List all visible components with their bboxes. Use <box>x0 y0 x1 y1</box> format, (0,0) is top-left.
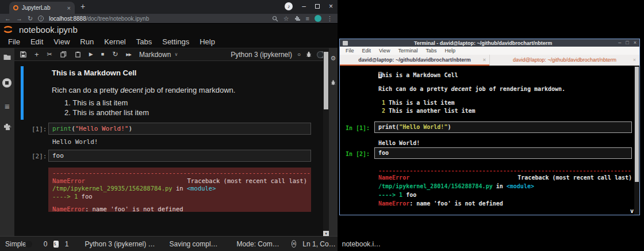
terminal-titlebar[interactable]: Terminal - david@laptop: ~/github/davidb… <box>340 39 639 47</box>
menu-kernel[interactable]: Kernel <box>99 37 131 46</box>
debugger-sidebar-bug-icon[interactable] <box>331 79 336 86</box>
kernels-count[interactable]: 1 <box>65 240 69 248</box>
menu-run[interactable]: Run <box>75 37 99 46</box>
search-icon[interactable] <box>272 16 278 22</box>
terminals-icon[interactable]: $_ <box>53 241 58 248</box>
reading-list-icon[interactable]: ≡ <box>306 16 309 22</box>
save-icon[interactable] <box>20 51 26 58</box>
window-close-button[interactable]: × <box>329 2 333 10</box>
terminals-count[interactable]: 0 <box>44 240 48 248</box>
markdown-list-item: 1. This is a list item <box>64 98 128 107</box>
nbterm-error-rule: ----------------------------------------… <box>378 168 632 174</box>
term-menu-tabs[interactable]: Tabs <box>421 48 440 54</box>
scrollbar-thumb[interactable] <box>635 67 639 182</box>
scrollbar-down-arrow-icon[interactable]: ▾ <box>323 231 329 236</box>
url-field[interactable]: localhost:8888/doc/tree/notebook.ipynb <box>49 16 266 22</box>
term-menu-view[interactable]: View <box>375 48 394 54</box>
browser-window: JupyterLab × + ♪ – × ← → ↻ i localhost:8… <box>0 0 338 251</box>
menu-file[interactable]: File <box>3 37 25 46</box>
file-browser-folder-icon[interactable] <box>0 54 14 60</box>
restart-run-all-icon[interactable]: ▶▶ <box>126 51 131 58</box>
menu-tabs[interactable]: Tabs <box>131 37 157 46</box>
browser-tabstrip: JupyterLab × + ♪ – × <box>0 0 338 14</box>
browser-tab[interactable]: JupyterLab × <box>9 2 75 14</box>
extensions-puzzle-icon[interactable] <box>294 16 301 22</box>
terminal-scrollbar[interactable] <box>634 66 639 215</box>
jupyterlab-app: notebook.ipynb File Edit View Run Kernel… <box>0 24 338 251</box>
nbterm-markdown-paragraph: Rich can do a pretty decent job of rende… <box>378 86 565 92</box>
terminal-close-button[interactable]: × <box>634 39 637 47</box>
nbterm-code-cell[interactable]: foo <box>374 147 632 159</box>
media-controls-icon[interactable]: ♪ <box>285 2 293 10</box>
kernel-name-label[interactable]: Python 3 (ipykernel) <box>231 51 292 59</box>
term-menu-terminal[interactable]: Terminal <box>394 48 421 54</box>
line-col-status[interactable]: Ln 1, Co… <box>302 240 335 248</box>
nbterm-markdown-heading: This is a Markdown Cell <box>378 72 458 78</box>
copy-cell-icon[interactable] <box>60 51 67 58</box>
extension-manager-icon[interactable] <box>0 123 14 131</box>
tab-close-icon[interactable]: × <box>483 57 486 63</box>
nbterm-screen[interactable]: This is a Markdown Cell Rich can do a pr… <box>340 66 639 215</box>
notebook-title: notebook.ipynb <box>19 25 78 35</box>
notebook-toolbar: + ✂ ▶ ■ ↻ ▶▶ Markdown ∨ Python 3 (ipyker… <box>14 48 338 61</box>
error-arrow-line: ----> 1 foo <box>52 193 307 201</box>
notebook-scrollbar[interactable] <box>323 51 329 236</box>
kernel-status-text[interactable]: Python 3 (ipykernel) … <box>85 240 155 248</box>
forward-icon[interactable]: → <box>16 16 22 22</box>
cell-type-value: Markdown <box>139 51 171 59</box>
nbterm-error-path-line: /tmp/ipykernel_28014/156288784.py in <mo… <box>378 183 534 189</box>
statusbar: Simple 0 $_ 1 Python 3 (ipykernel) … Sav… <box>0 236 338 251</box>
circle-x-icon[interactable]: ✕ <box>292 240 297 248</box>
window-maximize-button[interactable] <box>315 4 320 9</box>
terminal-tab-active[interactable]: david@laptop: ~/github/davidbrochart/nbt… <box>340 55 490 65</box>
new-tab-button[interactable]: + <box>80 2 85 11</box>
menu-edit[interactable]: Edit <box>25 37 48 46</box>
debugger-bug-icon[interactable] <box>306 51 312 58</box>
property-inspector-gear-icon[interactable]: ⚙ <box>329 55 338 62</box>
term-menu-file[interactable]: File <box>342 48 358 54</box>
nbterm-error-message-line: NameError: name 'foo' is not defined <box>378 200 503 207</box>
nbterm-error-header: NameErrorTraceback (most recent call las… <box>378 174 632 181</box>
add-cell-icon[interactable]: + <box>34 51 39 58</box>
markdown-heading: This is a Markdown Cell <box>52 69 136 77</box>
terminal-title: Terminal - david@laptop: ~/github/davidb… <box>351 40 615 46</box>
back-icon[interactable]: ← <box>5 16 11 22</box>
traceback-label: Traceback (most recent call last) <box>187 177 307 185</box>
terminal-maximize-button[interactable]: □ <box>626 39 628 47</box>
menu-help[interactable]: Help <box>194 37 220 46</box>
chevron-down-icon: ∨ <box>174 52 178 57</box>
term-menu-help[interactable]: Help <box>440 48 459 54</box>
stop-kernel-icon[interactable]: ■ <box>101 51 104 58</box>
running-kernels-icon[interactable] <box>2 78 12 88</box>
code-cell-input[interactable]: foo <box>48 150 311 162</box>
scrollbar-thumb[interactable] <box>324 52 328 109</box>
terminal-tab-inactive[interactable]: david@laptop: ~/github/davidbrochart/nbt… <box>490 55 639 65</box>
restart-kernel-icon[interactable]: ↻ <box>112 51 118 58</box>
run-cell-icon[interactable]: ▶ <box>89 51 93 58</box>
cut-cell-icon[interactable]: ✂ <box>47 51 52 58</box>
menu-view[interactable]: View <box>48 37 75 46</box>
jupyterlab-menubar: File Edit View Run Kernel Tabs Settings … <box>0 36 338 48</box>
cell-prompt: [2]: <box>32 153 47 160</box>
cell-prompt: [1]: <box>32 126 47 133</box>
cell-type-dropdown[interactable]: Markdown ∨ <box>139 51 178 59</box>
browser-menu-icon[interactable]: ⋮ <box>327 16 333 22</box>
paste-cell-icon[interactable] <box>75 51 81 58</box>
terminal-tabbar: david@laptop: ~/github/davidbrochart/nbt… <box>340 55 639 66</box>
tab-close-icon[interactable]: × <box>633 57 636 63</box>
menu-settings[interactable]: Settings <box>157 37 194 46</box>
error-message-line: NameError: name 'foo' is not defined <box>52 206 307 212</box>
window-minimize-button[interactable]: – <box>302 2 306 10</box>
table-of-contents-icon[interactable]: ≡ <box>0 101 14 111</box>
tab-close-icon[interactable]: × <box>67 5 71 12</box>
code-cell-input[interactable]: print("Hello World!") <box>48 123 311 135</box>
terminal-minimize-button[interactable]: – <box>618 39 621 47</box>
reload-icon[interactable]: ↻ <box>28 16 33 22</box>
profile-avatar[interactable] <box>315 15 321 22</box>
browser-tab-title: JupyterLab <box>22 5 64 11</box>
term-menu-edit[interactable]: Edit <box>358 48 375 54</box>
bookmark-star-icon[interactable]: ☆ <box>283 16 289 22</box>
terminal-window: Terminal - david@laptop: ~/github/davidb… <box>339 39 640 215</box>
nbterm-code-cell[interactable]: print("Hello World!") <box>374 121 632 133</box>
site-info-icon[interactable]: i <box>38 16 44 21</box>
